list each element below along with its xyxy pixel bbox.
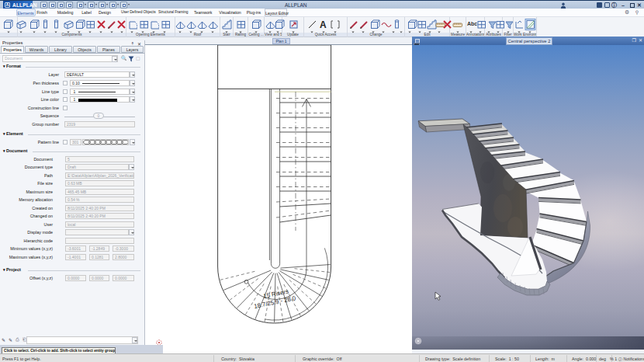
svg-text:Abc: Abc <box>467 21 477 26</box>
svg-text:A: A <box>320 19 327 30</box>
